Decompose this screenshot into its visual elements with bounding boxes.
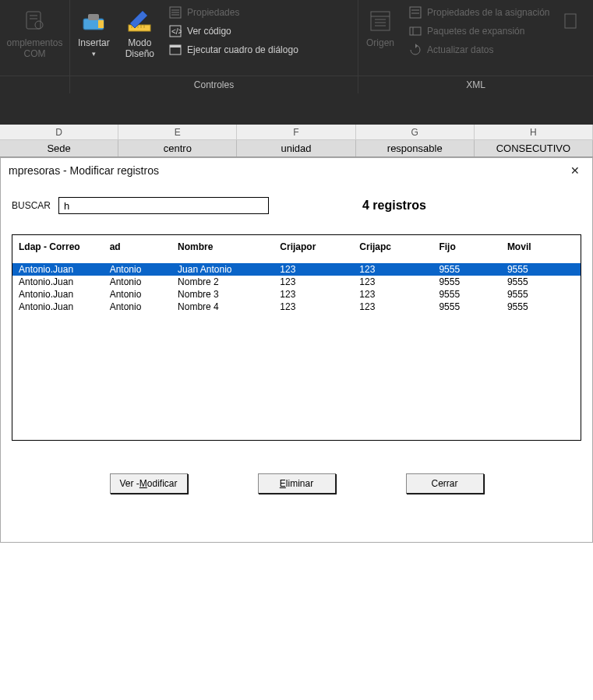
cell-crijapor: 123 xyxy=(274,301,353,313)
svg-rect-22 xyxy=(371,12,390,30)
dialog-title-text: mpresoras - Modificar registros xyxy=(9,164,159,177)
cell-fijo: 9555 xyxy=(432,276,500,288)
table-row[interactable]: Antonio.JuanAntonioNombre 41231239555955… xyxy=(12,301,581,313)
eliminar-button[interactable]: Eliminar xyxy=(258,473,336,494)
table-row[interactable]: Antonio.JuanAntonioNombre 31231239555955… xyxy=(12,288,581,301)
cell-fijo: 9555 xyxy=(432,301,500,313)
svg-rect-27 xyxy=(410,7,421,18)
ver-codigo-button[interactable]: </> Ver código xyxy=(162,22,305,40)
grid-col-ldap[interactable]: Ldap - Correo xyxy=(12,235,104,263)
ribbon: omplementos COM Insertar ▾ Modo xyxy=(0,0,593,125)
svg-rect-30 xyxy=(410,27,421,35)
cell-nombre: Juan Antonio xyxy=(171,263,274,276)
ruler-pencil-icon xyxy=(126,8,153,34)
properties-icon xyxy=(168,5,182,19)
svg-rect-0 xyxy=(26,12,41,29)
group-label-xml: XML xyxy=(358,76,593,92)
svg-marker-32 xyxy=(415,44,418,48)
cell-ldap: Antonio.Juan xyxy=(12,276,104,288)
grid-col-crijapc[interactable]: Crijapc xyxy=(353,235,432,263)
complementos-com-label: omplementos COM xyxy=(6,37,62,60)
svg-rect-33 xyxy=(565,14,576,28)
cell-crijapc: 123 xyxy=(353,301,432,313)
close-icon[interactable]: ✕ xyxy=(566,163,584,178)
grid-col-ad[interactable]: ad xyxy=(104,235,171,263)
ribbon-group-controles: Insertar ▾ Modo Diseño Propiedades </> xyxy=(70,0,358,93)
col-header[interactable]: centro xyxy=(118,140,237,157)
doc-icon xyxy=(557,8,584,34)
cell-crijapor: 123 xyxy=(274,288,353,301)
ribbon-group-complementos: omplementos COM xyxy=(0,0,70,93)
complementos-com-button[interactable]: omplementos COM xyxy=(0,3,69,73)
cell-movil: 9555 xyxy=(501,276,581,288)
col-letter[interactable]: G xyxy=(356,125,475,139)
cell-ad: Antonio xyxy=(104,276,171,288)
grid-col-fijo[interactable]: Fijo xyxy=(432,235,500,263)
refresh-icon xyxy=(408,43,422,57)
svg-rect-6 xyxy=(98,20,104,28)
modify-records-dialog: mpresoras - Modificar registros ✕ BUSCAR… xyxy=(0,157,593,543)
chevron-down-icon: ▾ xyxy=(92,50,96,58)
cell-ldap: Antonio.Juan xyxy=(12,263,104,276)
cell-crijapor: 123 xyxy=(274,263,353,276)
dialog-icon xyxy=(168,43,182,57)
ribbon-group-xml: Origen Propiedades de la asignación Paqu… xyxy=(358,0,593,93)
cell-nombre: Nombre 3 xyxy=(171,288,274,301)
search-input[interactable] xyxy=(58,197,269,214)
xml-source-icon xyxy=(367,8,394,34)
map-properties-icon xyxy=(408,5,422,19)
origen-button[interactable]: Origen xyxy=(358,3,402,73)
col-header[interactable]: responsable xyxy=(356,140,475,157)
modo-diseno-label: Modo Diseño xyxy=(125,37,154,60)
prop-asignacion-button[interactable]: Propiedades de la asignación xyxy=(402,3,556,22)
table-row[interactable]: Antonio.JuanAntonioJuan Antonio123123955… xyxy=(12,263,581,276)
group-label-complementos xyxy=(0,76,69,92)
results-grid: Ldap - Correo ad Nombre Crijapor Crijapc… xyxy=(12,234,581,441)
cell-crijapc: 123 xyxy=(353,276,432,288)
col-header[interactable]: Sede xyxy=(0,140,118,157)
table-row[interactable]: Antonio.JuanAntonioNombre 21231239555955… xyxy=(12,276,581,288)
modo-diseno-button[interactable]: Modo Diseño xyxy=(118,3,162,73)
dialog-button-row: Ver - Modificar Eliminar Cerrar xyxy=(12,473,581,494)
cell-ad: Antonio xyxy=(104,301,171,313)
cell-crijapc: 123 xyxy=(353,288,432,301)
col-letter[interactable]: E xyxy=(118,125,237,139)
xml-extra-button[interactable] xyxy=(556,3,585,73)
grid-col-crijapor[interactable]: Crijapor xyxy=(274,235,353,263)
propiedades-button[interactable]: Propiedades xyxy=(162,3,305,22)
gear-doc-icon xyxy=(22,8,48,34)
col-letter[interactable]: F xyxy=(237,125,355,139)
cell-crijapor: 123 xyxy=(274,276,353,288)
col-header[interactable]: unidad xyxy=(237,140,355,157)
cell-movil: 9555 xyxy=(501,263,581,276)
ver-modificar-button[interactable]: Ver - Modificar xyxy=(110,473,188,494)
svg-rect-5 xyxy=(88,14,99,20)
col-letter[interactable]: H xyxy=(475,125,593,139)
cell-nombre: Nombre 2 xyxy=(171,276,274,288)
prop-asignacion-label: Propiedades de la asignación xyxy=(427,7,549,18)
actualizar-datos-label: Actualizar datos xyxy=(427,44,493,55)
group-label-controles: Controles xyxy=(70,76,358,92)
col-header[interactable]: CONSECUTIVO xyxy=(475,140,593,157)
insertar-label: Insertar xyxy=(78,37,110,48)
grid-col-movil[interactable]: Movil xyxy=(501,235,581,263)
col-letter[interactable]: D xyxy=(0,125,118,139)
svg-rect-21 xyxy=(170,45,181,47)
paquetes-expansion-button[interactable]: Paquetes de expansión xyxy=(402,22,556,40)
search-label: BUSCAR xyxy=(12,200,58,211)
cell-nombre: Nombre 4 xyxy=(171,301,274,313)
grid-col-nombre[interactable]: Nombre xyxy=(171,235,274,263)
ejecutar-dialogo-button[interactable]: Ejecutar cuadro de diálogo xyxy=(162,40,305,59)
cerrar-button[interactable]: Cerrar xyxy=(406,473,484,494)
cell-ldap: Antonio.Juan xyxy=(12,301,104,313)
cell-fijo: 9555 xyxy=(432,263,500,276)
dialog-titlebar: mpresoras - Modificar registros ✕ xyxy=(1,158,592,183)
ejecutar-dialogo-label: Ejecutar cuadro de diálogo xyxy=(187,44,298,55)
cell-movil: 9555 xyxy=(501,301,581,313)
cell-movil: 9555 xyxy=(501,288,581,301)
actualizar-datos-button[interactable]: Actualizar datos xyxy=(402,40,556,59)
cell-ldap: Antonio.Juan xyxy=(12,288,104,301)
insertar-button[interactable]: Insertar ▾ xyxy=(70,3,118,73)
cell-crijapc: 123 xyxy=(353,263,432,276)
search-row: BUSCAR 4 registros xyxy=(12,197,581,214)
